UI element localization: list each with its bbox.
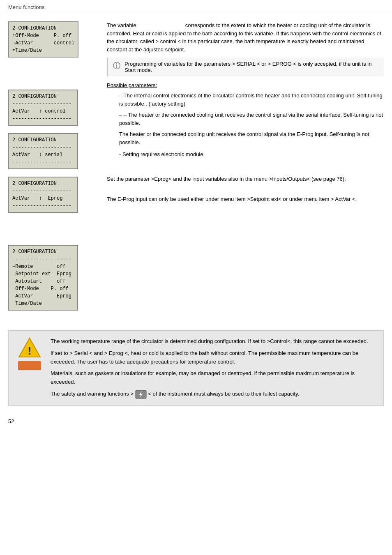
page-number-text: 52 <box>8 418 14 424</box>
warning-section: ! The working temperature range of the c… <box>8 330 384 406</box>
page-number: 52 <box>0 414 392 428</box>
left-column: 2 CONFIGURATION ↑Off-Mode P. off →ActVar… <box>8 21 103 318</box>
right-column: The variable corresponds to the extent t… <box>103 21 384 318</box>
warning-color-block <box>18 361 41 370</box>
param-control-text: – The internal control electronics of th… <box>119 92 383 107</box>
param-eprog-block: The heater or the connected cooling unit… <box>107 130 384 159</box>
set-param-text: Set the parameter >Eprog< and the input … <box>107 175 384 183</box>
lcd-box-control: 2 CONFIGURATION -------------------- Act… <box>8 90 78 126</box>
lcd-top-line1: 2 CONFIGURATION <box>12 25 74 32</box>
warning-text-4: The safety and warning functions > < of … <box>51 390 377 399</box>
warning-text-2: If set to > Serial < and > Eprog <, heat… <box>51 349 377 366</box>
svg-text:!: ! <box>28 344 31 357</box>
param-eprog-text2: - Setting requires electronic module. <box>119 150 384 159</box>
info-text: Programming of variables for the paramet… <box>125 61 380 73</box>
section-title-params: Possible parameters: <box>107 82 384 88</box>
main-content: 2 CONFIGURATION ↑Off-Mode P. off →ActVar… <box>0 13 392 326</box>
page-header: Menu functions <box>0 0 392 13</box>
warning-text-1: The working temperature range of the cir… <box>51 337 377 346</box>
eprog-note: The E-Prog input can only be used either… <box>107 195 384 203</box>
warning-text-area: The working temperature range of the cir… <box>51 337 377 399</box>
info-box: ⓘ Programming of variables for the param… <box>107 58 384 76</box>
lcd-box-top: 2 CONFIGURATION ↑Off-Mode P. off →ActVar… <box>8 21 78 58</box>
lcd-top-line4: ▿Time/Date <box>12 47 74 54</box>
lcd-box-eprog: 2 CONFIGURATION -------------------- Act… <box>8 177 78 213</box>
info-icon: ⓘ <box>112 61 121 73</box>
variable-intro: The variable corresponds to the extent t… <box>107 21 384 53</box>
lcd-box-bottom: 2 CONFIGURATION -------------------- →Re… <box>8 245 78 311</box>
warning-icon-area: ! <box>15 337 44 399</box>
lcd-top-line3: →ActVar control <box>12 39 74 47</box>
param-serial-block: – – The heater or the connected cooling … <box>107 111 384 127</box>
param-control-block: – The internal control electronics of th… <box>107 92 384 108</box>
safety-icon <box>135 390 147 399</box>
warning-text-3: Materials, such as gaskets or insulation… <box>51 369 377 387</box>
warning-triangle-icon: ! <box>18 337 41 358</box>
param-eprog-text1: The heater or the connected cooling unit… <box>119 130 384 146</box>
lcd-top-line2: ↑Off-Mode P. off <box>12 32 74 39</box>
lcd-box-serial: 2 CONFIGURATION -------------------- Act… <box>8 133 78 169</box>
header-title: Menu functions <box>8 4 44 10</box>
param-serial-text: – – The heater or the connected cooling … <box>119 112 383 126</box>
